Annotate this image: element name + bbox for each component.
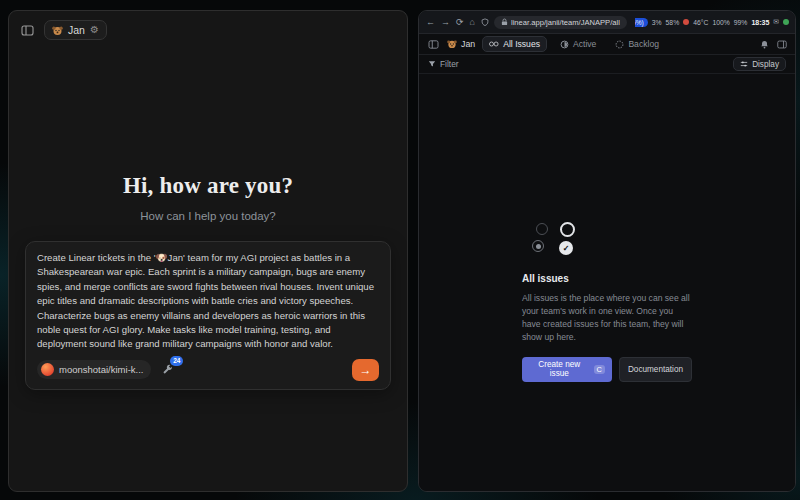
system-tray: 100% 62% Belong38AAE9 (46%) 3% 58% 46°C … [635,18,789,27]
wifi-network-badge[interactable]: Belong38AAE9 (46%) [635,18,648,27]
sidebar-panel-icon [21,25,34,36]
empty-state-title: All issues [522,273,692,284]
empty-state-actions: Create new issue C Documentation [522,357,692,382]
tools-count-badge: 24 [170,356,183,366]
status-dot-icon [783,19,789,25]
sidebar-toggle-button[interactable] [19,23,36,38]
jan-app-window: Jan ⚙ Hi, how are you? How can I help yo… [8,10,408,492]
gear-icon[interactable]: ⚙ [90,25,99,35]
tray-temperature: 46°C [693,19,708,26]
in-progress-icon [560,40,569,49]
side-panel-icon[interactable] [777,40,787,49]
open-circle-icon [560,222,575,237]
linear-filterbar: Filter Display [419,55,795,74]
dog-emoji-icon [52,25,63,36]
tray-memory: 58% [666,19,680,26]
header-actions [760,40,787,49]
dog-emoji-icon [447,39,457,49]
chat-titlebar: Jan ⚙ [19,20,397,40]
prompt-input-card[interactable]: Create Linear tickets in the '🐶Jan' team… [25,241,391,390]
todo-circle-icon [536,223,548,235]
prompt-text[interactable]: Create Linear tickets in the '🐶Jan' team… [37,251,379,352]
mail-icon[interactable]: ✉ [773,18,779,26]
create-new-issue-button[interactable]: Create new issue C [522,357,612,382]
browser-window: ← → ⟳ ⌂ linear.app/janii/team/JANAPP/all [418,10,796,492]
lock-icon [501,18,508,26]
team-selector[interactable]: Jan ⚙ [44,20,107,40]
forward-button[interactable]: → [440,17,451,27]
tab-label: All Issues [503,39,540,49]
display-sliders-icon [740,60,748,68]
tab-backlog[interactable]: Backlog [609,37,665,51]
linear-header: Jan All Issues Active [419,34,795,55]
model-selector[interactable]: moonshotai/kimi-k... [37,360,151,379]
tab-label: Backlog [628,39,659,49]
filter-label: Filter [440,59,459,69]
tools-button[interactable]: 24 [160,362,175,377]
team-name: Jan [68,24,85,36]
desktop: Jan ⚙ Hi, how are you? How can I help yo… [0,0,800,500]
shortcut-badge: C [594,365,605,374]
send-button[interactable]: → [352,359,379,381]
linear-main: ✓ All issues All issues is the place whe… [419,74,795,492]
documentation-button[interactable]: Documentation [619,357,692,382]
greeting-subtitle: How can I help you today? [9,210,407,222]
home-button[interactable]: ⌂ [469,17,476,27]
url-text: linear.app/janii/team/JANAPP/all [511,18,620,27]
linear-team-name: Jan [461,39,475,49]
tray-cpu: 3% [652,19,662,26]
url-bar[interactable]: linear.app/janii/team/JANAPP/all [494,16,627,29]
linear-sidebar-toggle[interactable] [427,40,440,49]
tab-label: Active [573,39,596,49]
filter-icon [428,60,436,68]
tools-icon [162,364,173,375]
display-label: Display [752,60,779,69]
done-circle-icon: ✓ [559,241,573,255]
backlog-icon [615,40,624,49]
tray-battery-4: 99% [734,19,748,26]
in-progress-circle-icon [532,240,544,252]
notification-icon[interactable] [683,19,689,25]
greeting-heading: Hi, how are you? [9,173,407,199]
filter-button[interactable]: Filter [428,59,459,69]
create-new-issue-label: Create new issue [529,360,590,378]
tray-battery-3: 100% [712,19,729,26]
send-arrow-icon: → [360,364,372,376]
reload-button[interactable]: ⟳ [455,17,465,27]
chat-welcome: Hi, how are you? How can I help you toda… [9,173,407,222]
all-issues-empty-state: ✓ All issues All issues is the place whe… [522,222,692,382]
tab-all-issues[interactable]: All Issues [482,36,547,52]
display-button[interactable]: Display [733,57,786,71]
clock: 18:35 [751,19,769,26]
tab-active[interactable]: Active [554,37,602,51]
all-issues-icon [489,40,499,48]
prompt-toolbar: moonshotai/kimi-k... 24 → [37,359,379,381]
linear-team-label[interactable]: Jan [447,39,475,49]
model-name: moonshotai/kimi-k... [59,364,143,375]
browser-toolbar: ← → ⟳ ⌂ linear.app/janii/team/JANAPP/all [419,11,795,34]
shield-icon[interactable] [480,18,490,27]
moonshot-logo-icon [41,363,54,376]
issue-status-icons: ✓ [528,222,590,260]
back-button[interactable]: ← [425,17,436,27]
empty-state-description: All issues is the place where you can se… [522,292,692,344]
bell-icon[interactable] [760,40,769,49]
